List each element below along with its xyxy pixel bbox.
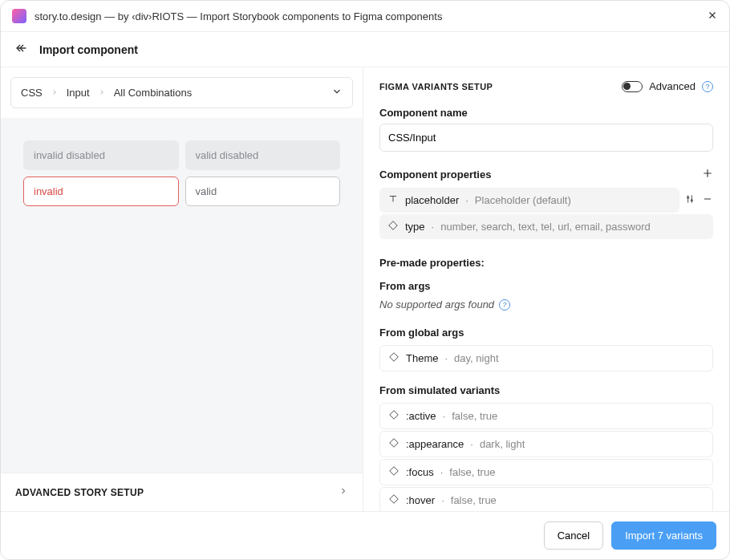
prop-name: type — [405, 221, 425, 233]
sim-values: false, true — [451, 494, 497, 506]
left-pane: CSS Input All Combinations invalid disab… — [1, 67, 363, 511]
sim-name: :appearance — [406, 438, 464, 450]
advanced-story-setup[interactable]: ADVANCED STORY SETUP — [1, 473, 363, 511]
cancel-button[interactable]: Cancel — [544, 521, 603, 550]
sim-values: dark, light — [480, 438, 525, 450]
settings-icon[interactable] — [684, 193, 696, 207]
sim-variant-row[interactable]: :appearance · dark, light — [379, 431, 713, 457]
close-icon[interactable] — [707, 10, 718, 23]
sim-name: :focus — [406, 466, 434, 478]
preview-input-invalid-disabled: invalid disabled — [23, 140, 179, 170]
remove-icon[interactable] — [702, 193, 713, 207]
diamond-icon — [387, 220, 399, 233]
variants-setup-title: FIGMA VARIANTS SETUP — [379, 82, 493, 91]
from-simulated-label: From simulated variants — [379, 384, 713, 396]
diamond-icon — [388, 465, 399, 479]
global-arg-values: day, night — [454, 352, 498, 364]
chevron-right-icon — [98, 87, 106, 99]
diamond-icon — [388, 409, 399, 423]
global-arg-row[interactable]: Theme · day, night — [379, 345, 713, 371]
help-icon[interactable]: ? — [499, 299, 510, 310]
global-arg-name: Theme — [406, 352, 438, 364]
back-arrow-icon[interactable] — [15, 42, 28, 57]
prop-values: Placeholder (default) — [475, 194, 571, 206]
header: Import component — [1, 32, 729, 67]
sim-name: :hover — [406, 494, 435, 506]
preview-input-valid: valid — [185, 177, 341, 206]
sim-variant-row[interactable]: :active · false, true — [379, 403, 713, 429]
breadcrumb-item: Input — [67, 87, 90, 99]
breadcrumb[interactable]: CSS Input All Combinations — [10, 77, 353, 108]
sim-variant-row[interactable]: :hover · false, true — [379, 487, 713, 511]
text-icon — [387, 193, 399, 207]
prop-row[interactable]: placeholder · Placeholder (default) — [379, 188, 713, 213]
preview-input-invalid: invalid — [23, 177, 179, 206]
global-args-list: Theme · day, night — [379, 345, 713, 371]
component-props-list: placeholder · Placeholder (default) — [379, 188, 713, 239]
chevron-right-icon — [339, 486, 348, 498]
diamond-icon — [388, 351, 399, 365]
prop-name: placeholder — [405, 194, 459, 206]
component-name-input[interactable] — [379, 124, 713, 152]
diamond-icon — [388, 493, 399, 507]
breadcrumb-item: CSS — [21, 87, 43, 99]
sim-name: :active — [406, 410, 436, 422]
footer: Cancel Import 7 variants — [1, 511, 729, 559]
page-title: Import component — [39, 43, 138, 56]
titlebar-title: story.to.design — by ‹div›RIOTS — Import… — [34, 10, 699, 22]
preview-area: invalid disabled valid disabled invalid … — [1, 118, 363, 473]
from-args-label: From args — [379, 280, 713, 292]
help-icon[interactable]: ? — [702, 81, 713, 92]
import-button[interactable]: Import 7 variants — [611, 521, 716, 550]
add-property-icon[interactable] — [702, 168, 713, 181]
sim-variant-row[interactable]: :focus · false, true — [379, 459, 713, 485]
advanced-toggle[interactable] — [622, 81, 643, 92]
from-global-args-label: From global args — [379, 327, 713, 339]
sim-values: false, true — [452, 410, 497, 422]
simulated-variants-list: :active · false, true :appearance · dark… — [379, 403, 713, 511]
app-icon — [12, 9, 26, 23]
diamond-icon — [388, 437, 399, 451]
chevron-down-icon — [331, 86, 343, 99]
prop-row[interactable]: type · number, search, text, tel, url, e… — [379, 214, 713, 239]
prop-values: number, search, text, tel, url, email, p… — [440, 221, 651, 233]
titlebar: story.to.design — by ‹div›RIOTS — Import… — [1, 1, 729, 32]
breadcrumb-item: All Combinations — [114, 87, 193, 99]
component-props-label: Component properties — [379, 168, 491, 181]
component-name-label: Component name — [379, 107, 713, 119]
no-args-text: No supported args found ? — [379, 298, 713, 310]
advanced-label: Advanced — [649, 80, 696, 92]
main: CSS Input All Combinations invalid disab… — [1, 67, 729, 511]
preview-input-valid-disabled: valid disabled — [185, 140, 341, 170]
chevron-right-icon — [51, 87, 59, 99]
right-pane: FIGMA VARIANTS SETUP Advanced ? Componen… — [363, 67, 729, 511]
premade-props-label: Pre-made properties: — [379, 257, 713, 269]
advanced-story-label: ADVANCED STORY SETUP — [15, 487, 144, 498]
sim-values: false, true — [449, 466, 495, 478]
